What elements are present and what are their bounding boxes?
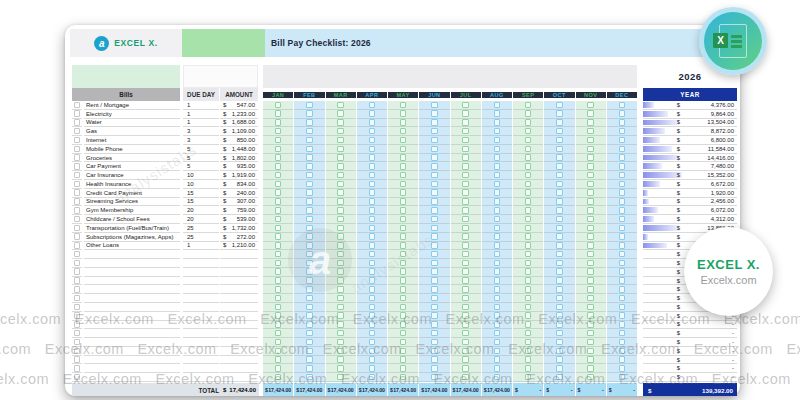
due-day-cell[interactable] [183,321,219,330]
month-check-cell-aug[interactable] [482,119,512,128]
month-check-cell-nov[interactable] [576,162,606,171]
month-check-cell-jun[interactable] [419,127,449,136]
month-check-cell-feb[interactable] [294,321,324,330]
month-check-cell-sep[interactable] [513,321,543,330]
month-check-cell-mar[interactable] [326,136,356,145]
bill-name-cell[interactable] [84,259,180,268]
month-check-cell-may[interactable] [388,364,418,373]
month-check-cell-dec[interactable] [607,154,637,163]
bill-row-checkbox[interactable] [72,303,82,312]
month-check-cell-jul[interactable] [451,294,481,303]
month-check-cell-mar[interactable] [326,127,356,136]
month-check-cell-jun[interactable] [419,242,449,251]
month-check-cell-sep[interactable] [513,180,543,189]
month-check-cell-feb[interactable] [294,145,324,154]
month-check-cell-nov[interactable] [576,268,606,277]
month-check-cell-feb[interactable] [294,189,324,198]
month-check-cell-dec[interactable] [607,277,637,286]
due-day-cell[interactable]: 15 [183,189,219,198]
bill-name-cell[interactable] [84,321,180,330]
month-check-cell-nov[interactable] [576,127,606,136]
bill-name-cell[interactable]: Credit Card Payment [84,189,180,198]
month-check-cell-aug[interactable] [482,180,512,189]
month-check-cell-aug[interactable] [482,110,512,119]
month-check-cell-nov[interactable] [576,171,606,180]
due-day-cell[interactable]: 25 [183,233,219,242]
month-check-cell-jul[interactable] [451,285,481,294]
month-check-cell-aug[interactable] [482,303,512,312]
amount-cell[interactable]: $547.00 [220,101,258,110]
month-check-cell-mar[interactable] [326,277,356,286]
month-check-cell-dec[interactable] [607,268,637,277]
month-check-cell-jun[interactable] [419,312,449,321]
month-check-cell-aug[interactable] [482,215,512,224]
bill-name-cell[interactable]: Water [84,119,180,128]
month-check-cell-may[interactable] [388,110,418,119]
month-check-cell-dec[interactable] [607,364,637,373]
month-check-cell-sep[interactable] [513,145,543,154]
bill-name-cell[interactable] [84,268,180,277]
bill-row-checkbox[interactable] [72,127,82,136]
month-check-cell-oct[interactable] [544,171,574,180]
month-check-cell-sep[interactable] [513,206,543,215]
month-check-cell-apr[interactable] [357,101,387,110]
due-day-cell[interactable]: 5 [183,154,219,163]
month-check-cell-jun[interactable] [419,321,449,330]
month-check-cell-jan[interactable] [263,110,293,119]
bill-row-checkbox[interactable] [72,215,82,224]
amount-cell[interactable]: $1,919.00 [220,171,258,180]
month-check-cell-apr[interactable] [357,206,387,215]
month-check-cell-jun[interactable] [419,215,449,224]
month-check-cell-may[interactable] [388,215,418,224]
month-check-cell-oct[interactable] [544,364,574,373]
month-check-cell-jun[interactable] [419,250,449,259]
month-check-cell-aug[interactable] [482,101,512,110]
month-check-cell-apr[interactable] [357,224,387,233]
month-check-cell-oct[interactable] [544,189,574,198]
month-check-cell-dec[interactable] [607,171,637,180]
month-check-cell-nov[interactable] [576,259,606,268]
due-day-cell[interactable] [183,347,219,356]
month-check-cell-mar[interactable] [326,338,356,347]
month-check-cell-may[interactable] [388,347,418,356]
month-check-cell-aug[interactable] [482,189,512,198]
month-check-cell-feb[interactable] [294,338,324,347]
month-check-cell-aug[interactable] [482,285,512,294]
month-check-cell-sep[interactable] [513,259,543,268]
month-check-cell-nov[interactable] [576,303,606,312]
month-check-cell-feb[interactable] [294,233,324,242]
month-check-cell-oct[interactable] [544,127,574,136]
month-check-cell-oct[interactable] [544,277,574,286]
month-check-cell-mar[interactable] [326,171,356,180]
month-check-cell-jul[interactable] [451,171,481,180]
month-check-cell-oct[interactable] [544,312,574,321]
bill-name-cell[interactable] [84,294,180,303]
month-check-cell-may[interactable] [388,233,418,242]
bill-name-cell[interactable]: Subscriptions (Magazines, Apps) [84,233,180,242]
due-day-cell[interactable] [183,294,219,303]
month-check-cell-apr[interactable] [357,277,387,286]
month-check-cell-nov[interactable] [576,329,606,338]
year-total-cell[interactable]: $8,872.00 [643,127,737,136]
month-check-cell-oct[interactable] [544,233,574,242]
month-check-cell-jun[interactable] [419,338,449,347]
month-check-cell-dec[interactable] [607,242,637,251]
month-check-cell-jun[interactable] [419,329,449,338]
year-total-cell[interactable]: $11,584.00 [643,145,737,154]
year-total-cell[interactable]: $- [643,364,737,373]
month-check-cell-nov[interactable] [576,294,606,303]
month-check-cell-jan[interactable] [263,189,293,198]
month-check-cell-mar[interactable] [326,303,356,312]
month-check-cell-feb[interactable] [294,198,324,207]
bill-name-cell[interactable]: Gym Membership [84,206,180,215]
month-check-cell-sep[interactable] [513,242,543,251]
month-check-cell-apr[interactable] [357,356,387,365]
month-check-cell-jun[interactable] [419,119,449,128]
bill-name-cell[interactable] [84,303,180,312]
bill-row-checkbox[interactable] [72,364,82,373]
month-check-cell-may[interactable] [388,259,418,268]
month-check-cell-nov[interactable] [576,277,606,286]
bill-row-checkbox[interactable] [72,285,82,294]
month-check-cell-dec[interactable] [607,356,637,365]
month-check-cell-jul[interactable] [451,206,481,215]
